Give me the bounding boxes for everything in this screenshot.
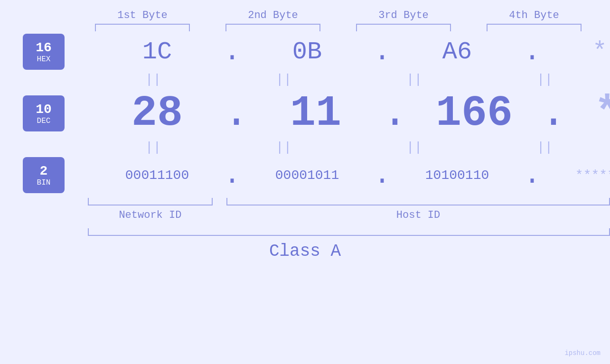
dec-byte2-group: 11 <box>252 89 380 138</box>
bottom-section: Network ID Host ID <box>88 198 610 221</box>
bin-byte3-group: 10100110 <box>393 168 521 183</box>
bin-row: 2 BIN 00011100 . 00001011 . 10100110 . *… <box>0 157 610 193</box>
eq1-byte2: || <box>220 72 348 87</box>
bracket-byte4-top <box>487 24 582 31</box>
eq2-byte4: || <box>481 140 609 155</box>
dot3-hex: . <box>524 36 541 68</box>
dot3-dec: . <box>541 89 566 138</box>
dot2-bin: . <box>374 159 391 191</box>
hex-badge: 16 HEX <box>23 34 65 70</box>
bin-badge: 2 BIN <box>23 157 65 193</box>
dot1-dec: . <box>224 89 249 138</box>
hex-byte4-group: ** <box>543 38 610 66</box>
eq2-byte1: || <box>89 140 217 155</box>
dec-base-label: DEC <box>37 117 51 125</box>
dec-byte3-value: 166 <box>410 89 538 138</box>
hex-byte2-value: 0B <box>243 38 371 66</box>
host-id-label: Host ID <box>226 209 610 221</box>
hex-byte1-value: 1C <box>93 38 221 66</box>
dot1-bin: . <box>224 159 241 191</box>
dec-byte3-group: 166 <box>410 89 538 138</box>
eq2-byte3: || <box>350 140 479 155</box>
bracket-network-id <box>88 198 213 205</box>
hex-byte4-value: ** <box>543 38 610 66</box>
hex-row: 16 HEX 1C . 0B . A6 . ** <box>0 34 610 70</box>
bin-byte2-group: 00001011 <box>243 168 371 183</box>
dec-byte1-value: 28 <box>93 89 221 138</box>
hex-byte3-group: A6 <box>393 38 521 66</box>
dec-byte1-group: 28 <box>93 89 221 138</box>
bin-values: 00011100 . 00001011 . 10100110 . *******… <box>93 159 610 191</box>
dec-badge: 10 DEC <box>23 95 65 131</box>
bracket-byte1-top <box>95 24 190 31</box>
bracket-spacer <box>213 198 226 205</box>
bottom-bracket-row <box>88 198 610 205</box>
bracket-byte3-top <box>356 24 451 31</box>
top-brackets <box>77 24 600 31</box>
bin-byte1-group: 00011100 <box>93 168 221 183</box>
eq1-byte3: || <box>350 72 479 87</box>
watermark: ipshu.com <box>564 349 601 357</box>
dot2-hex: . <box>374 36 391 68</box>
bracket-byte2-top <box>225 24 320 31</box>
dec-values: 28 . 11 . 166 . *** <box>93 89 610 138</box>
bin-byte4-group: ******** <box>543 168 610 183</box>
bin-byte4-value: ******** <box>543 168 610 183</box>
dot1-hex: . <box>224 36 241 68</box>
hex-values: 1C . 0B . A6 . ** <box>93 36 610 68</box>
byte-headers: 1st Byte 2nd Byte 3rd Byte 4th Byte <box>77 9 600 21</box>
byte1-header: 1st Byte <box>90 9 195 21</box>
dec-byte2-value: 11 <box>252 89 380 138</box>
dec-row: 10 DEC 28 . 11 . 166 . *** <box>0 89 610 138</box>
id-labels-spacer <box>213 209 226 221</box>
network-id-label: Network ID <box>88 209 213 221</box>
id-labels-row: Network ID Host ID <box>88 209 610 221</box>
page-container: 1st Byte 2nd Byte 3rd Byte 4th Byte 16 H… <box>0 0 610 364</box>
full-bottom-bracket <box>88 228 610 236</box>
bin-base-number: 2 <box>40 164 48 178</box>
eq1-byte4: || <box>481 72 609 87</box>
dec-base-number: 10 <box>36 102 52 117</box>
dec-byte4-group: *** <box>569 89 610 138</box>
bin-byte3-value: 10100110 <box>393 168 521 183</box>
hex-byte3-value: A6 <box>393 38 521 66</box>
equals-row-2: || || || || <box>88 140 610 155</box>
dot3-bin: . <box>524 159 541 191</box>
byte3-header: 3rd Byte <box>351 9 456 21</box>
hex-byte2-group: 0B <box>243 38 371 66</box>
bin-byte1-value: 00011100 <box>93 168 221 183</box>
eq2-byte2: || <box>220 140 348 155</box>
bin-byte2-value: 00001011 <box>243 168 371 183</box>
hex-byte1-group: 1C <box>93 38 221 66</box>
dot2-dec: . <box>382 89 408 138</box>
eq1-byte1: || <box>89 72 217 87</box>
hex-base-label: HEX <box>37 55 51 64</box>
hex-base-number: 16 <box>36 40 52 55</box>
equals-row-1: || || || || <box>88 72 610 87</box>
bin-base-label: BIN <box>37 178 51 187</box>
bracket-host-id <box>226 198 610 205</box>
byte2-header: 2nd Byte <box>221 9 325 21</box>
dec-byte4-value: *** <box>569 89 610 138</box>
byte4-header: 4th Byte <box>482 9 586 21</box>
class-label: Class A <box>269 242 341 261</box>
